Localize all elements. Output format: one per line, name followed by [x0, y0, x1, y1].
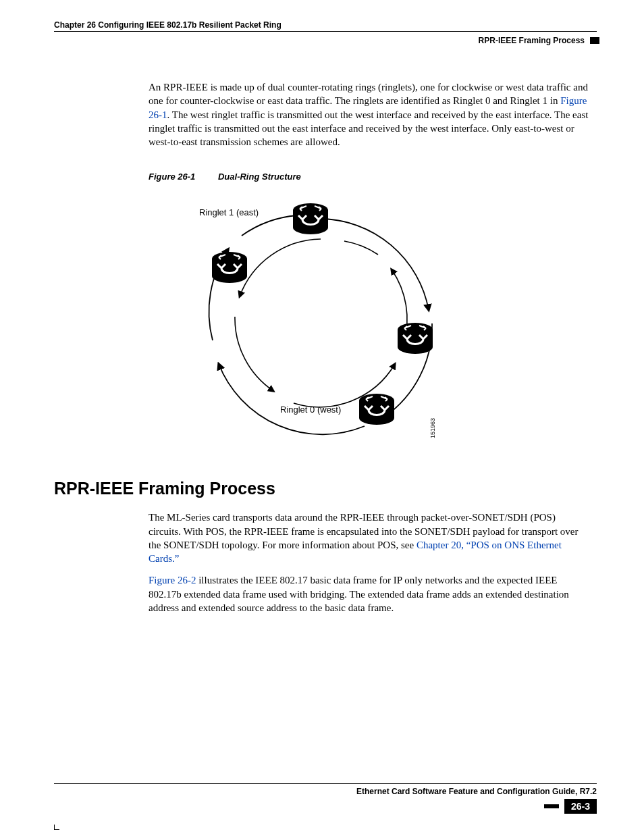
ringlet0-label: Ringlet 0 (west) — [280, 405, 341, 415]
p3-text-a: illustrates the IEEE 802.17 basic data f… — [149, 575, 569, 613]
router-node-icon — [359, 394, 394, 425]
framing-paragraph-1: The ML-Series card transports data aroun… — [149, 511, 590, 565]
header-ornament-icon — [590, 37, 597, 44]
framing-paragraph-2: Figure 26-2 illustrates the IEEE 802.17 … — [149, 573, 590, 615]
footer-guide-title: Ethernet Card Software Feature and Confi… — [54, 787, 597, 796]
section-header-row: RPR-IEEE Framing Process — [54, 36, 597, 45]
footer-rule — [54, 783, 597, 784]
p1-text-a: An RPR-IEEE is made up of dual counter-r… — [149, 82, 588, 106]
chapter-header: Chapter 26 Configuring IEEE 802.17b Resi… — [54, 20, 597, 32]
p1-text-b: . The west ringlet traffic is transmitte… — [149, 109, 588, 148]
router-node-icon — [398, 323, 433, 354]
page-number: 26-3 — [564, 799, 597, 814]
figure-title: Dual-Ring Structure — [218, 172, 301, 182]
figure-caption: Figure 26-1 Dual-Ring Structure — [149, 172, 597, 182]
figure-dual-ring: Ringlet 1 (east) Ringlet 0 (west) 151963 — [162, 188, 597, 448]
page-footer: Ethernet Card Software Feature and Confi… — [54, 783, 597, 814]
router-node-icon — [212, 252, 247, 283]
section-heading: RPR-IEEE Framing Process — [54, 479, 597, 498]
crop-mark-icon — [54, 825, 59, 830]
router-node-icon — [293, 203, 328, 234]
ringlet1-label: Ringlet 1 (east) — [199, 207, 259, 217]
figure-26-2-link[interactable]: Figure 26-2 — [149, 575, 196, 585]
figure-number: Figure 26-1 — [149, 172, 195, 182]
intro-paragraph: An RPR-IEEE is made up of dual counter-r… — [149, 80, 590, 149]
section-header-text: RPR-IEEE Framing Process — [479, 36, 585, 45]
figure-id-label: 151963 — [429, 418, 436, 438]
